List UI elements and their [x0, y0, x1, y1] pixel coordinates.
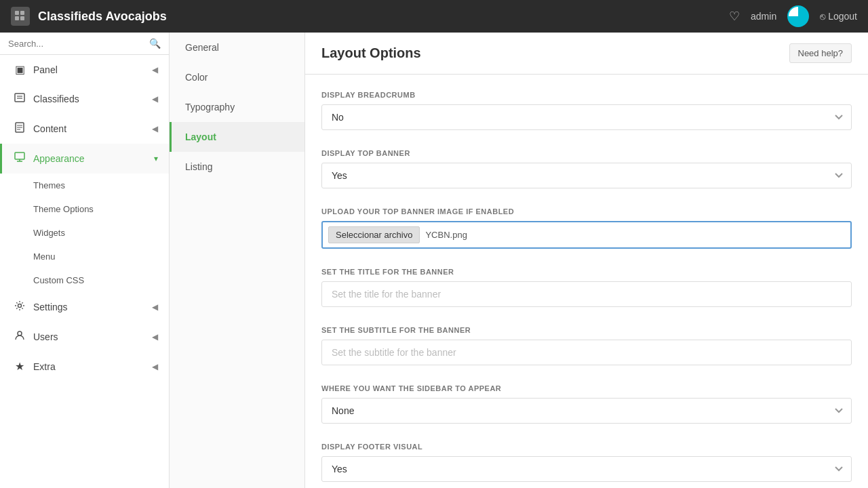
chevron-down-icon: ▾ [154, 154, 158, 163]
upload-banner-label: UPLOAD YOUR TOP BANNER IMAGE IF ENABLED [321, 207, 852, 216]
sidebar-item-extra[interactable]: ★ Extra ◀ [0, 352, 169, 381]
sidebar-item-label: Content [33, 123, 145, 134]
sub-nav-color[interactable]: Color [170, 62, 304, 92]
user-avatar[interactable] [787, 5, 809, 27]
svg-rect-11 [15, 152, 24, 159]
admin-label: admin [751, 11, 776, 22]
sub-navigation: General Color Typography Layout Listing [170, 33, 305, 488]
sidebar-search-bar: 🔍 [0, 33, 169, 55]
settings-icon [13, 300, 26, 314]
appearance-icon [13, 152, 26, 165]
logout-icon: ⎋ [820, 11, 825, 22]
file-upload-name: YCBN.png [425, 230, 467, 240]
sidebar-item-label: Panel [33, 64, 145, 75]
svg-point-15 [18, 331, 22, 336]
sidebar-position-select[interactable]: None Left Right [321, 398, 852, 424]
extra-icon: ★ [13, 360, 26, 373]
breadcrumb-label: DISPLAY BREADCRUMB [321, 91, 852, 99]
logout-label: Logout [828, 11, 857, 22]
chevron-left-icon: ◀ [152, 94, 158, 104]
logout-button[interactable]: ⎋ Logout [820, 11, 857, 22]
breadcrumb-select[interactable]: No Yes [321, 104, 852, 130]
sidebar-sub-item-widgets[interactable]: Widgets [0, 221, 169, 245]
custom-css-label: Custom CSS [33, 275, 84, 285]
sidebar: 🔍 ▣ Panel ◀ Classifieds ◀ [0, 33, 170, 488]
svg-rect-2 [15, 16, 19, 20]
chevron-left-icon: ◀ [152, 362, 158, 371]
sub-nav-listing[interactable]: Listing [170, 152, 304, 182]
themes-label: Themes [33, 180, 65, 190]
content-body: DISPLAY BREADCRUMB No Yes DISPLAY TOP BA… [305, 75, 868, 488]
form-section-top-banner: DISPLAY TOP BANNER Yes No [321, 149, 852, 188]
sidebar-sub-item-custom-css[interactable]: Custom CSS [0, 268, 169, 292]
svg-point-14 [18, 304, 22, 308]
color-label: Color [185, 72, 208, 83]
sidebar-sub-item-menu[interactable]: Menu [0, 245, 169, 268]
topbar: Classifieds Avocajobs ♡ admin ⎋ Logout [0, 0, 868, 33]
form-section-breadcrumb: DISPLAY BREADCRUMB No Yes [321, 91, 852, 130]
widgets-label: Widgets [33, 228, 65, 238]
sub-nav-general[interactable]: General [170, 33, 304, 62]
sub-nav-typography[interactable]: Typography [170, 92, 304, 122]
listing-label: Listing [185, 161, 212, 172]
form-section-banner-title: SET THE TITLE FOR THE BANNER [321, 268, 852, 307]
banner-subtitle-input[interactable] [321, 340, 852, 365]
general-label: General [185, 42, 219, 53]
banner-title-input[interactable] [321, 281, 852, 307]
search-icon[interactable]: 🔍 [149, 38, 161, 49]
sidebar-item-content[interactable]: Content ◀ [0, 114, 169, 144]
users-icon [13, 330, 26, 344]
topbar-right: ♡ admin ⎋ Logout [729, 5, 857, 27]
sidebar-sub-item-themes[interactable]: Themes [0, 174, 169, 197]
app-title: Classifieds Avocajobs [38, 9, 721, 24]
need-help-button[interactable]: Need help? [789, 43, 852, 63]
form-section-banner-subtitle: SET THE SUBTITLE FOR THE BANNER [321, 326, 852, 365]
sidebar-item-label: Settings [33, 302, 145, 312]
svg-rect-4 [15, 94, 24, 102]
panel-icon: ▣ [13, 63, 26, 76]
banner-title-label: SET THE TITLE FOR THE BANNER [321, 268, 852, 276]
chevron-left-icon: ◀ [152, 65, 158, 75]
chevron-left-icon: ◀ [152, 332, 158, 342]
form-section-footer-visual: DISPLAY FOOTER VISUAL Yes No [321, 443, 852, 482]
svg-rect-3 [20, 16, 24, 20]
svg-rect-1 [20, 11, 24, 15]
form-section-sidebar-position: WHERE YOU WANT THE SIDEBAR TO APPEAR Non… [321, 384, 852, 424]
chevron-left-icon: ◀ [152, 302, 158, 312]
page-title: Layout Options [321, 45, 421, 61]
footer-visual-select[interactable]: Yes No [321, 456, 852, 482]
sidebar-position-label: WHERE YOU WANT THE SIDEBAR TO APPEAR [321, 384, 852, 392]
sidebar-item-label: Appearance [33, 153, 147, 164]
file-upload-button[interactable]: Seleccionar archivo [328, 226, 420, 243]
main-layout: 🔍 ▣ Panel ◀ Classifieds ◀ [0, 33, 868, 488]
form-section-upload-banner: UPLOAD YOUR TOP BANNER IMAGE IF ENABLED … [321, 207, 852, 249]
file-upload-area: Seleccionar archivo YCBN.png [321, 221, 852, 249]
sidebar-item-label: Extra [33, 361, 145, 372]
sub-nav-layout[interactable]: Layout [170, 122, 304, 152]
top-banner-select[interactable]: Yes No [321, 163, 852, 188]
main-content: Layout Options Need help? DISPLAY BREADC… [305, 33, 868, 488]
banner-subtitle-label: SET THE SUBTITLE FOR THE BANNER [321, 326, 852, 334]
menu-label: Menu [33, 251, 56, 262]
content-header: Layout Options Need help? [305, 33, 868, 75]
svg-rect-0 [15, 11, 19, 15]
sidebar-item-panel[interactable]: ▣ Panel ◀ [0, 55, 169, 84]
top-banner-label: DISPLAY TOP BANNER [321, 149, 852, 157]
sidebar-item-label: Users [33, 331, 145, 342]
content-icon [13, 122, 26, 136]
footer-visual-label: DISPLAY FOOTER VISUAL [321, 443, 852, 451]
heart-icon[interactable]: ♡ [729, 9, 740, 24]
typography-label: Typography [185, 102, 235, 113]
classifieds-icon [13, 92, 26, 106]
sidebar-item-appearance[interactable]: Appearance ▾ [0, 144, 169, 174]
sidebar-sub-item-theme-options[interactable]: Theme Options [0, 197, 169, 221]
layout-label: Layout [185, 131, 216, 142]
sidebar-item-settings[interactable]: Settings ◀ [0, 292, 169, 322]
sidebar-item-classifieds[interactable]: Classifieds ◀ [0, 84, 169, 114]
sidebar-item-users[interactable]: Users ◀ [0, 322, 169, 352]
chevron-left-icon: ◀ [152, 124, 158, 134]
app-logo-icon [11, 7, 30, 26]
sidebar-item-label: Classifieds [33, 94, 145, 104]
search-input[interactable] [8, 39, 149, 49]
theme-options-label: Theme Options [33, 204, 94, 214]
